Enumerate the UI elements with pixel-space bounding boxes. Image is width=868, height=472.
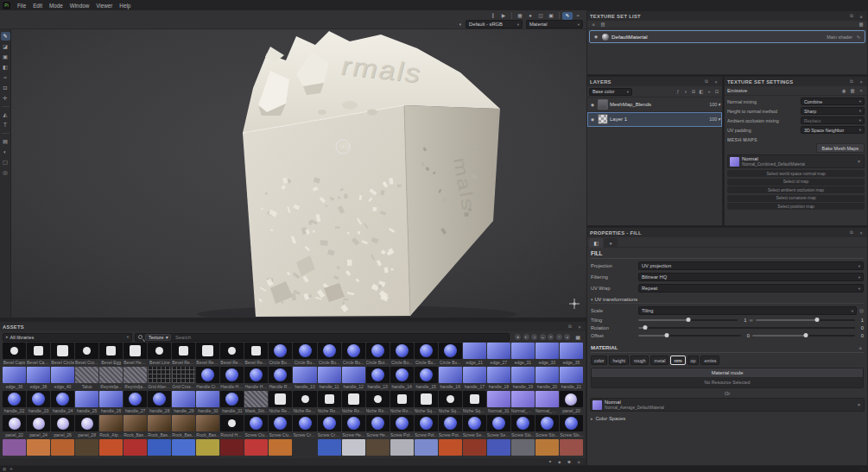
search-input[interactable] <box>174 334 506 341</box>
offset-u-value[interactable]: 0 <box>744 333 750 338</box>
asset-item[interactable]: Talus <box>75 367 98 390</box>
grid-view-icon[interactable]: ▦ <box>575 334 580 340</box>
asset-item[interactable]: Circle Bu... <box>415 343 438 366</box>
menu-viewer[interactable]: Viewer <box>92 3 116 9</box>
asset-item[interactable]: Bevel Cap... <box>27 343 50 366</box>
asset-item[interactable]: handle_22 <box>3 391 26 414</box>
asset-item[interactable]: Screw Clu... <box>269 415 292 438</box>
tab-properties[interactable]: ◧ <box>589 238 603 248</box>
asset-item[interactable]: handle_27 <box>124 391 147 414</box>
smudge-icon[interactable]: ≈ <box>1 73 10 82</box>
asset-item[interactable]: edge_36 <box>3 367 26 390</box>
add-mask-icon[interactable]: ◐ <box>682 89 689 94</box>
polygon-fill-icon[interactable]: ◧ <box>1 63 10 72</box>
asset-item[interactable] <box>220 439 244 458</box>
offset-v-slider[interactable] <box>752 335 855 337</box>
filter-smart-masks-icon[interactable]: ◒ <box>540 334 546 340</box>
asset-item[interactable]: Bevel Rect... <box>172 343 195 366</box>
clone-icon[interactable]: ⊡ <box>1 84 10 92</box>
uv-wrap-dropdown[interactable]: Repeat▾ <box>638 284 864 293</box>
asset-item[interactable]: Rock_Alph... <box>99 415 123 438</box>
asset-item[interactable]: handle_11 <box>318 367 341 390</box>
asset-item[interactable]: Handle Ha... <box>220 367 244 390</box>
geometry-mask-icon[interactable]: ◭ <box>1 110 10 119</box>
layer-row[interactable]: ◉MeshMap_Blends100▾ <box>587 98 722 112</box>
delete-layer-icon[interactable]: ⊟ <box>713 89 720 94</box>
asset-item[interactable]: Round Hol... <box>220 415 244 438</box>
asset-item[interactable] <box>124 439 147 458</box>
collapse-all-icon[interactable]: ≡ <box>590 22 597 27</box>
asset-item[interactable]: edge_21 <box>463 343 486 366</box>
asset-item[interactable]: Circle Bu... <box>390 343 414 366</box>
thumb-size-medium-icon[interactable]: ■ <box>556 460 563 464</box>
asset-item[interactable]: Bevel Circle <box>51 343 74 366</box>
asset-item[interactable]: Niche Rect... <box>293 391 316 414</box>
asset-item[interactable]: Bevel Line <box>148 343 171 366</box>
shortcuts-icon[interactable]: ▤ <box>3 467 6 471</box>
asset-item[interactable]: Rock_Bas... <box>148 415 171 438</box>
asset-item[interactable]: Bevel Egg <box>99 343 123 366</box>
select-mesh-map-slot[interactable]: Select world space normal map <box>727 170 865 177</box>
shader-dropdown[interactable]: Material ▾ <box>526 20 583 28</box>
rotation-value[interactable]: 0 <box>858 325 864 330</box>
menu-edit[interactable]: Edit <box>29 3 46 9</box>
asset-item[interactable] <box>3 439 26 458</box>
material-options-icon[interactable]: ≡ <box>857 345 864 350</box>
asset-item[interactable] <box>51 439 74 458</box>
visibility-icon[interactable]: ◉ <box>589 117 596 122</box>
asset-item[interactable] <box>487 439 510 458</box>
add-fill-layer-icon[interactable]: ◧ <box>698 89 705 94</box>
channel-toggle-metal[interactable]: metal <box>650 356 668 365</box>
select-mesh-map-slot[interactable]: Select id map <box>727 179 865 186</box>
pause-icon[interactable]: ∥ <box>488 12 498 20</box>
pencil-icon[interactable]: ✎ <box>562 12 573 20</box>
filter-icon[interactable]: ▤ <box>599 22 606 27</box>
resize-grip[interactable]: ∙∙∙ <box>859 467 865 471</box>
visibility-icon[interactable]: ◉ <box>592 35 599 39</box>
play-icon[interactable]: ▶ <box>498 12 509 20</box>
channel-toggle-height[interactable]: height <box>609 356 628 365</box>
split-view-icon[interactable]: ◫ <box>535 12 546 20</box>
layer-opacity[interactable]: 100▾ <box>709 116 720 122</box>
asset-item[interactable]: Niche Squ... <box>463 391 486 414</box>
channel-toggle-nrm[interactable]: nrm <box>670 356 685 365</box>
panel-menu-icon[interactable]: ≡ <box>858 14 865 19</box>
asset-item[interactable]: Normal_Av... <box>511 391 535 414</box>
filter-brushes-icon[interactable]: ◔ <box>556 334 562 340</box>
bake-mesh-maps-button[interactable]: Bake Mesh Maps <box>816 143 865 153</box>
asset-item[interactable]: panel_26 <box>51 415 74 438</box>
channel-info-icon[interactable]: ◉ <box>840 88 847 93</box>
float-panel-icon[interactable]: ⧉ <box>848 13 855 19</box>
asset-item[interactable]: edge_40 <box>51 367 74 390</box>
lazy-mouse-icon[interactable]: ≈ <box>573 12 583 20</box>
asset-item[interactable]: Niche Rou... <box>342 391 365 414</box>
asset-item[interactable]: Grid Altern... <box>148 367 171 390</box>
asset-item[interactable]: edge_38 <box>27 367 50 390</box>
asset-item[interactable]: handle_23 <box>27 391 50 414</box>
asset-item[interactable]: Handle Ro... <box>269 367 292 390</box>
asset-item[interactable]: handle_16 <box>439 367 462 390</box>
close-panel-icon[interactable]: × <box>858 79 865 85</box>
menu-file[interactable]: File <box>14 3 29 9</box>
asset-item[interactable] <box>244 439 268 458</box>
asset-item[interactable] <box>366 439 390 458</box>
asset-item[interactable] <box>511 439 535 458</box>
tiling-u-slider[interactable] <box>638 319 738 321</box>
layer-opacity[interactable]: 100▾ <box>709 102 720 107</box>
asset-item[interactable]: Bevel Hea... <box>124 343 147 366</box>
asset-item[interactable]: edge_35 <box>560 343 583 366</box>
channel-toggle-op[interactable]: op <box>687 356 700 365</box>
material-mode-box[interactable]: Material mode No Resource Selected <box>591 368 864 388</box>
normal-mixing-dropdown[interactable]: Combine▾ <box>801 98 865 105</box>
asset-item[interactable] <box>269 439 292 458</box>
asset-item[interactable]: Mask_Stit... <box>244 391 268 414</box>
asset-item[interactable]: Bevel Rect... <box>244 343 268 366</box>
asset-item[interactable]: handle_15 <box>415 367 438 390</box>
asset-item[interactable]: Screw Pot... <box>439 415 462 438</box>
clear-map-icon[interactable]: × <box>856 402 862 407</box>
channel-toggle-emiss[interactable]: emiss <box>700 356 719 365</box>
asset-item[interactable]: Circle Bu... <box>318 343 341 366</box>
tab-display[interactable]: ● <box>604 238 618 248</box>
asset-item[interactable]: handle_26 <box>99 391 123 414</box>
asset-item[interactable]: Rock_Bas... <box>124 415 147 438</box>
